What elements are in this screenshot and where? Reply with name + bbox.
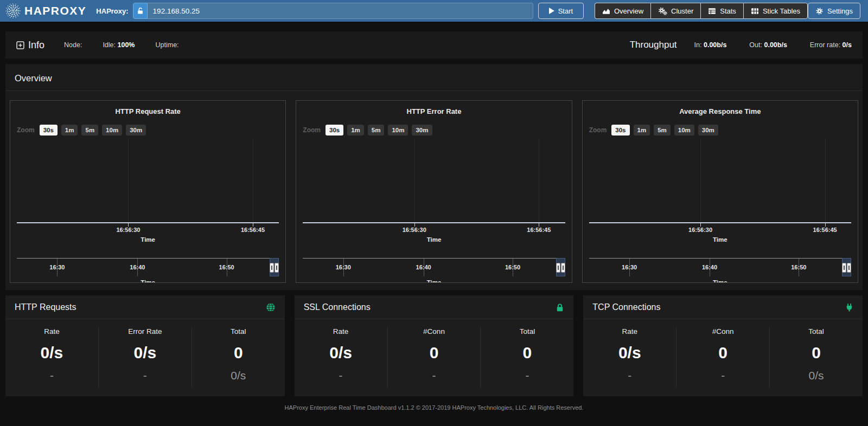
settings-button[interactable]: Settings [808, 3, 860, 19]
chart-title: Average Response Time [589, 107, 851, 117]
navigator-tick-label: 16:40 [702, 264, 717, 270]
zoom-selector: Zoom 30s 1m 5m 10m 30m [17, 124, 279, 136]
stat-label: Rate [5, 327, 98, 335]
nav-button-stick-tables[interactable]: Stick Tables [743, 3, 808, 19]
error-rate-value: 0/s [843, 41, 852, 49]
zoom-button-5m[interactable]: 5m [368, 125, 385, 135]
x-gridline [253, 139, 253, 222]
navigator-axis-title: Time [17, 279, 279, 283]
navigator-tick-label: 16:50 [505, 264, 520, 270]
cogs-icon [658, 7, 667, 15]
lock-button[interactable] [133, 3, 148, 19]
node-field: Node: [64, 41, 82, 49]
zoom-button-30m[interactable]: 30m [126, 125, 146, 135]
x-tick-label: 16:56:30 [403, 227, 426, 233]
zoom-button-30m[interactable]: 30m [412, 125, 432, 135]
stat-columns: Rate 0/s - #Conn 0 - Total 0 0/s [583, 319, 863, 388]
zoom-button-10m[interactable]: 10m [674, 125, 694, 135]
zoom-button-1m[interactable]: 1m [61, 125, 78, 135]
stat-column-conn: #Conn 0 - [387, 327, 481, 388]
nav-button-stats[interactable]: Stats [700, 3, 743, 19]
area-chart-icon [602, 8, 610, 15]
navigator[interactable]: 16:30 16:40 16:50 [17, 258, 279, 276]
stat-column-rate: Rate 0/s - [5, 327, 98, 388]
zoom-button-30s[interactable]: 30s [40, 125, 58, 135]
nav-button-cluster[interactable]: Cluster [650, 3, 700, 19]
zoom-button-1m[interactable]: 1m [634, 125, 650, 135]
start-button[interactable]: Start [538, 3, 584, 19]
info-title[interactable]: Info [16, 40, 44, 51]
stat-value: 0/s [5, 344, 98, 362]
stat-value: 0 [481, 344, 573, 362]
zoom-button-1m[interactable]: 1m [347, 125, 364, 135]
stat-column-rate: Rate 0/s - [583, 327, 676, 388]
zoom-button-10m[interactable]: 10m [388, 125, 408, 135]
panel-title: TCP Connections [592, 302, 660, 312]
stat-sub-value: - [388, 369, 481, 382]
zoom-button-10m[interactable]: 10m [102, 125, 122, 135]
navigator-axis-title: Time [589, 279, 851, 283]
nav-button-label: Stats [720, 7, 736, 15]
x-gridline [128, 139, 129, 222]
stat-value: 0 [770, 344, 863, 362]
plot-area[interactable] [17, 139, 279, 223]
nav-button-label: Overview [614, 7, 643, 15]
stat-label: #Conn [676, 327, 769, 335]
nav-button-overview[interactable]: Overview [595, 3, 650, 19]
lock-icon [556, 303, 564, 312]
zoom-button-5m[interactable]: 5m [654, 125, 671, 135]
nav-button-group: Overview Cluster [595, 3, 808, 19]
stat-sub-value: - [5, 369, 98, 382]
chart-title: HTTP Request Rate [17, 107, 279, 117]
overview-title: Overview [5, 64, 863, 91]
x-tick-label: 16:56:45 [241, 227, 265, 233]
panel-tcp-connections: TCP Connections Rate 0/s - #Conn 0 - [583, 295, 863, 396]
stat-sub-value: 0/s [770, 369, 863, 382]
stat-sub-value: - [99, 369, 192, 382]
navigator-handle-right[interactable] [847, 263, 851, 273]
chart-title: HTTP Error Rate [303, 107, 565, 117]
navigator-handle-right[interactable] [275, 263, 279, 273]
stat-value: 0/s [99, 344, 192, 362]
grid-icon [751, 8, 759, 15]
settings-label: Settings [827, 7, 853, 15]
globe-icon [266, 302, 276, 312]
stat-value: 0 [192, 344, 285, 362]
navigator[interactable]: 16:30 16:40 16:50 [589, 258, 851, 276]
uptime-label: Uptime: [156, 41, 179, 49]
plot-area[interactable] [303, 139, 565, 223]
navigator-tick-label: 16:50 [791, 264, 806, 270]
zoom-button-30s[interactable]: 30s [326, 125, 343, 135]
zoom-button-30m[interactable]: 30m [698, 125, 718, 135]
address-group [133, 3, 533, 19]
gear-icon [815, 7, 824, 15]
zoom-button-30s[interactable]: 30s [611, 125, 629, 135]
stat-columns: Rate 0/s - #Conn 0 - Total 0 - [295, 319, 574, 388]
in-value: 0.00b/s [704, 41, 726, 49]
footer-text: HAProxy Enterprise Real Time Dashboard v… [0, 404, 868, 411]
x-gridline [825, 139, 826, 222]
panel-header: SSL Connections [295, 295, 574, 319]
stat-columns: Rate 0/s - Error Rate 0/s - Total 0 0/s [5, 319, 285, 388]
unlock-icon [137, 7, 144, 15]
plot-area[interactable] [589, 139, 851, 223]
navigator-handle-left[interactable] [556, 263, 560, 273]
navigator-handle-left[interactable] [270, 263, 274, 273]
idle-value: 100% [118, 41, 135, 49]
navigator-tick-label: 16:30 [49, 264, 65, 270]
stat-column-total: Total 0 - [480, 327, 573, 388]
zoom-label: Zoom [589, 126, 607, 134]
address-input[interactable] [148, 3, 533, 19]
stat-value: 0 [676, 344, 769, 362]
haproxy-logo-icon [5, 3, 21, 18]
charts-row: HTTP Request Rate Zoom 30s 1m 5m 10m 30m… [5, 91, 863, 283]
start-label: Start [558, 7, 573, 15]
zoom-button-5m[interactable]: 5m [81, 125, 98, 135]
navigator-handle-right[interactable] [561, 263, 565, 273]
x-axis-labels: 16:56:30 16:56:45 [17, 227, 279, 234]
navigator-handle-left[interactable] [842, 263, 846, 273]
navigator[interactable]: 16:30 16:40 16:50 [303, 258, 565, 276]
nav-button-label: Stick Tables [763, 7, 800, 15]
stat-sub-value: - [481, 369, 573, 382]
x-gridline [700, 139, 701, 222]
